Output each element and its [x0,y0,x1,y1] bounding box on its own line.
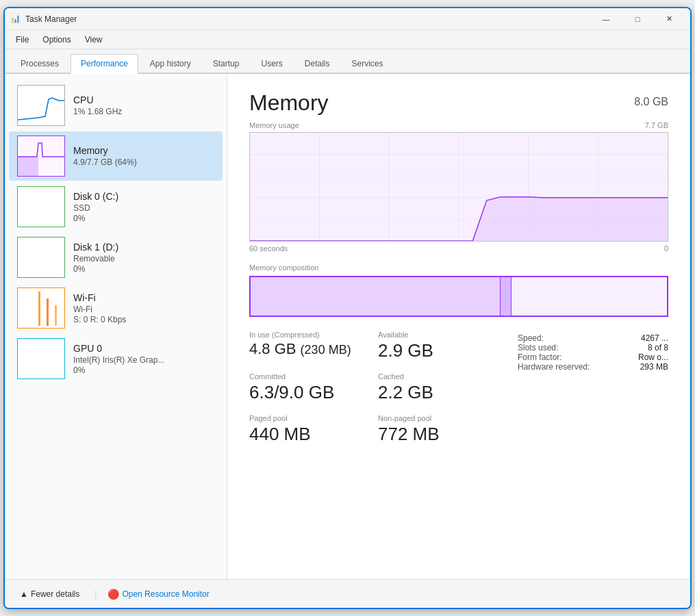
tab-performance[interactable]: Performance [71,54,138,74]
svg-rect-9 [18,339,65,379]
disk1-sub: Removable [73,254,214,264]
right-stats: Speed: 4267 ... Slots used: 8 of 8 Form … [518,331,668,445]
detail-header: Memory 8.0 GB [249,90,668,116]
stats-row-1: In use (Compressed) 4.8 GB (230 MB) Avai… [249,331,501,361]
monitor-icon: 🔴 [108,589,119,600]
sidebar: CPU 1% 1.68 GHz Memory 4.9/7.7 GB (64%) [5,74,227,579]
cpu-name: CPU [73,94,214,105]
stats-row-3: Paged pool 440 MB Non-paged pool 772 MB [249,414,501,445]
graph-time-labels: 60 seconds 0 [249,244,668,253]
time-start: 60 seconds [249,244,288,253]
tab-startup[interactable]: Startup [203,54,250,73]
stat-non-paged: Non-paged pool 772 MB [378,414,501,445]
menu-file[interactable]: File [10,32,34,47]
disk0-thumbnail [17,186,65,227]
menu-options[interactable]: Options [37,32,76,47]
disk1-info: Disk 1 (D:) Removable 0% [73,242,214,274]
memory-sub: 4.9/7.7 GB (64%) [73,157,214,167]
available-label: Available [378,331,501,339]
gpu0-info: GPU 0 Intel(R) Iris(R) Xe Grap... 0% [73,343,214,375]
hw-reserved-label: Hardware reserved: [518,362,590,372]
tab-processes[interactable]: Processes [10,54,69,73]
slots-value: 8 of 8 [648,343,668,352]
svg-rect-4 [18,238,65,278]
wifi-info: Wi-Fi Wi-Fi S: 0 R: 0 Kbps [73,292,214,324]
svg-rect-8 [55,305,57,326]
memory-name: Memory [73,145,214,156]
gpu0-thumbnail [17,338,65,379]
non-paged-value: 772 MB [378,424,501,445]
gpu0-val: 0% [73,365,214,375]
tab-bar: Processes Performance App history Startu… [5,49,690,74]
svg-rect-5 [18,288,65,329]
sidebar-item-disk0[interactable]: Disk 0 (C:) SSD 0% [9,182,223,231]
tab-app-history[interactable]: App history [140,54,201,73]
comp-free [661,277,667,316]
cached-label: Cached [378,372,501,381]
detail-pane: Memory 8.0 GB Memory usage 7.7 GB [227,74,690,579]
disk0-name: Disk 0 (C:) [73,191,214,202]
time-end: 0 [664,244,668,253]
stat-available: Available 2.9 GB [378,331,501,361]
in-use-value: 4.8 GB (230 MB) [249,340,372,358]
form-value: Row o... [638,352,668,362]
disk1-val: 0% [73,264,214,274]
close-button[interactable]: ✕ [653,8,685,30]
svg-rect-0 [18,86,65,126]
paged-value: 440 MB [249,424,372,445]
open-resource-monitor-link[interactable]: Open Resource Monitor [122,589,209,599]
window-title: Task Manager [25,14,590,24]
app-icon: 📊 [10,14,21,25]
gpu0-sub: Intel(R) Iris(R) Xe Grap... [73,355,214,365]
comp-standby [511,277,662,316]
stat-cached: Cached 2.2 GB [378,372,501,403]
memory-graph [249,132,668,242]
memory-thumbnail [17,136,65,177]
window-controls: — □ ✕ [590,8,685,30]
divider: | [94,589,97,599]
sidebar-item-wifi[interactable]: Wi-Fi Wi-Fi S: 0 R: 0 Kbps [9,283,223,333]
graph-usage-label: Memory usage [249,121,299,129]
composition-label: Memory composition [249,264,668,272]
fewer-details-label: Fewer details [31,589,79,599]
wifi-val: S: 0 R: 0 Kbps [73,315,214,324]
wifi-thumbnail [17,287,65,329]
committed-label: Committed [249,372,372,381]
svg-rect-6 [38,292,40,326]
cached-value: 2.2 GB [378,382,501,403]
svg-rect-3 [18,187,65,227]
stats-area: In use (Compressed) 4.8 GB (230 MB) Avai… [249,331,668,445]
menu-bar: File Options View [5,30,690,49]
graph-label-row: Memory usage 7.7 GB [249,121,668,129]
hw-reserved-row: Hardware reserved: 293 MB [518,362,668,372]
sidebar-item-cpu[interactable]: CPU 1% 1.68 GHz [9,81,223,130]
wifi-name: Wi-Fi [73,292,214,303]
sidebar-item-disk1[interactable]: Disk 1 (D:) Removable 0% [9,233,223,282]
tab-users[interactable]: Users [251,54,292,73]
composition-bar [249,276,668,317]
speed-row: Speed: 4267 ... [518,333,668,343]
menu-view[interactable]: View [79,32,108,47]
tab-details[interactable]: Details [294,54,340,73]
graph-section: Memory usage 7.7 GB [249,121,668,253]
non-paged-label: Non-paged pool [378,414,501,422]
maximize-button[interactable]: □ [622,8,653,30]
sidebar-item-memory[interactable]: Memory 4.9/7.7 GB (64%) [9,131,223,181]
fewer-details-button[interactable]: ▲ Fewer details [16,587,84,602]
cpu-info: CPU 1% 1.68 GHz [73,94,214,117]
stat-in-use: In use (Compressed) 4.8 GB (230 MB) [249,331,372,361]
sidebar-item-gpu0[interactable]: GPU 0 Intel(R) Iris(R) Xe Grap... 0% [9,334,223,383]
main-content: CPU 1% 1.68 GHz Memory 4.9/7.7 GB (64%) [5,74,690,579]
hw-reserved-value: 293 MB [640,362,668,372]
disk0-sub: SSD [73,203,214,213]
speed-label: Speed: [518,333,544,343]
composition-section: Memory composition [249,264,668,317]
tab-services[interactable]: Services [342,54,394,73]
committed-value: 6.3/9.0 GB [249,382,372,403]
wifi-sub: Wi-Fi [73,305,214,314]
chevron-up-icon: ▲ [20,589,28,599]
stats-row-2: Committed 6.3/9.0 GB Cached 2.2 GB [249,372,501,403]
slots-row: Slots used: 8 of 8 [518,343,668,352]
svg-rect-7 [47,298,49,326]
minimize-button[interactable]: — [590,8,622,30]
